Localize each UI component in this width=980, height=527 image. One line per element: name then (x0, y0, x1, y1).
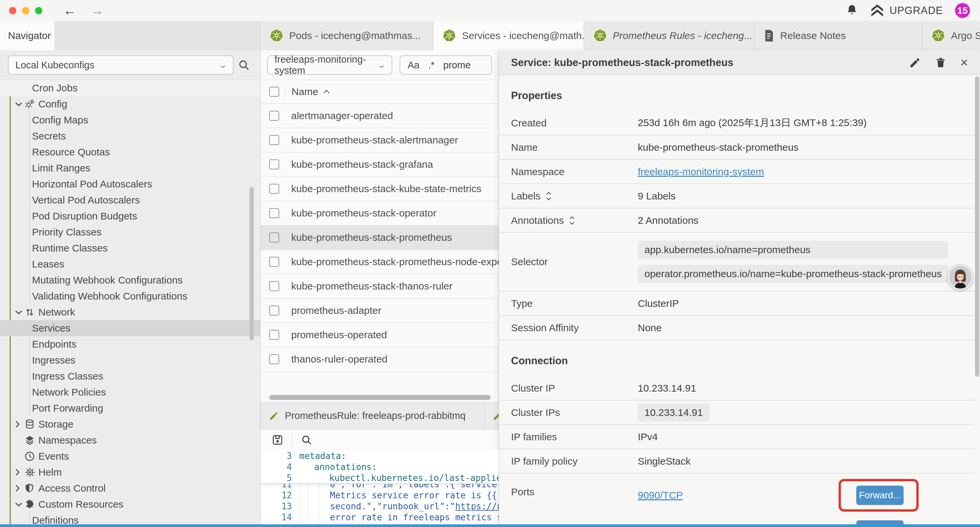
forward-button[interactable]: Forward... (856, 486, 904, 505)
detail-scrollbar[interactable] (975, 76, 979, 377)
runbook-url-link[interactable]: https://net (455, 502, 499, 511)
editor-search-icon[interactable] (301, 434, 312, 446)
back-button[interactable]: ← (63, 3, 76, 18)
sidebar-search-button[interactable] (234, 59, 254, 71)
zoom-window-button[interactable] (35, 7, 42, 14)
detail-row-annotations: Annotations2 Annotations (499, 209, 975, 233)
name-column-header[interactable]: Name (291, 86, 330, 97)
sidebar-item-validating-webhook-configurations[interactable]: Validating Webhook Configurations (0, 288, 260, 304)
filter-input[interactable]: Aa .* prome (399, 56, 492, 75)
navigator-tab[interactable]: Navigator (0, 21, 54, 50)
close-window-button[interactable] (9, 7, 16, 14)
select-all-checkbox[interactable] (269, 87, 279, 97)
row-checkbox[interactable] (269, 354, 279, 364)
expand-collapse-icon[interactable] (569, 215, 575, 226)
upgrade-button[interactable]: UPGRADE (870, 4, 943, 17)
tab-argo-se[interactable]: Argo Se (922, 21, 980, 50)
table-row[interactable]: alertmanager-operated (261, 104, 499, 128)
row-value: IPv4 (638, 431, 658, 443)
detail-row-ports: Ports9090/TCPForward...8080:reloader-web… (499, 474, 975, 527)
sidebar-item-ingresses[interactable]: Ingresses (0, 352, 260, 368)
table-row[interactable]: prometheus-adapter (261, 299, 499, 323)
sidebar-item-runtime-classes[interactable]: Runtime Classes (0, 240, 260, 256)
sidebar-item-port-forwarding[interactable]: Port Forwarding (0, 400, 260, 416)
namespace-select[interactable]: freeleaps-monitoring-system ⌄ (267, 56, 392, 75)
row-checkbox[interactable] (269, 257, 279, 267)
forward-button[interactable]: → (91, 3, 104, 18)
sidebar-item-ingress-classes[interactable]: Ingress Classes (0, 368, 260, 384)
namespace-link[interactable]: freeleaps-monitoring-system (638, 166, 764, 177)
table-row[interactable]: prometheus-operated (261, 323, 499, 347)
notification-count-badge[interactable]: 15 (955, 3, 970, 18)
yaml-editor[interactable]: 3metadata:4annotations:5kubectl.kubernet… (261, 450, 499, 527)
tab-prometheus-rules-icecheng[interactable]: Prometheus Rules - icecheng... (584, 21, 754, 50)
sidebar-item-limit-ranges[interactable]: Limit Ranges (0, 160, 260, 176)
expand-collapse-icon[interactable] (546, 191, 552, 201)
port-link[interactable]: 9090/TCP (638, 490, 683, 501)
edit-pencil-icon[interactable] (909, 57, 921, 69)
match-case-toggle[interactable]: Aa (407, 60, 419, 71)
sidebar-item-pod-disruption-budgets[interactable]: Pod Disruption Budgets (0, 208, 260, 224)
sidebar-item-network[interactable]: Network (0, 304, 260, 320)
sidebar-item-custom-resources[interactable]: Custom Resources (0, 496, 260, 512)
sidebar-item-priority-classes[interactable]: Priority Classes (0, 224, 260, 240)
chevron-down-icon[interactable] (15, 309, 23, 315)
sidebar-item-resource-quotas[interactable]: Resource Quotas (0, 144, 260, 160)
sidebar-item-vertical-pod-autoscalers[interactable]: Vertical Pod Autoscalers (0, 192, 260, 208)
row-checkbox[interactable] (269, 135, 279, 145)
editor-tab[interactable]: PrometheusRule: freeleaps-prod-rabbitmq (261, 403, 485, 429)
kubeconfig-select[interactable]: Local Kubeconfigs ⌄ (8, 56, 234, 75)
sidebar-item-horizontal-pod-autoscalers[interactable]: Horizontal Pod Autoscalers (0, 176, 260, 192)
table-row[interactable]: kube-prometheus-stack-grafana (261, 153, 499, 177)
row-checkbox[interactable] (269, 208, 279, 218)
row-checkbox[interactable] (269, 232, 279, 242)
sidebar-item-events[interactable]: Events (0, 448, 260, 464)
row-checkbox[interactable] (269, 111, 279, 121)
delete-trash-icon[interactable] (935, 57, 946, 69)
sidebar-item-helm[interactable]: Helm (0, 464, 260, 480)
sidebar-item-config[interactable]: Config (0, 96, 260, 112)
table-row[interactable]: thanos-ruler-operated (261, 347, 499, 372)
tab-pods-icecheng-mathmas[interactable]: Pods - icecheng@mathmas... (261, 21, 433, 50)
minimize-window-button[interactable] (22, 7, 29, 14)
tab-services-icecheng-math[interactable]: Services - icecheng@math...× (433, 21, 584, 50)
chevron-right-icon[interactable] (15, 420, 23, 428)
regex-toggle[interactable]: .* (428, 60, 434, 71)
close-panel-icon[interactable]: × (960, 55, 968, 70)
table-row[interactable]: kube-prometheus-stack-thanos-ruler (261, 274, 499, 299)
chevron-down-icon[interactable] (15, 101, 23, 107)
chevron-down-icon: ⌄ (218, 61, 228, 70)
row-checkbox[interactable] (269, 159, 279, 169)
table-row[interactable]: kube-prometheus-stack-kube-state-metrics (261, 177, 499, 201)
row-checkbox[interactable] (269, 281, 279, 291)
chevron-down-icon[interactable] (15, 502, 23, 507)
table-row[interactable]: kube-prometheus-stack-operator (261, 201, 499, 226)
chevron-right-icon[interactable] (15, 484, 23, 492)
chevron-right-icon[interactable] (15, 468, 23, 476)
sidebar-scrollbar[interactable] (250, 187, 254, 341)
sidebar-item-services[interactable]: Services (0, 320, 260, 336)
table-row[interactable]: kube-prometheus-stack-alertmanager (261, 128, 499, 153)
tab-release-notes[interactable]: Release Notes (754, 21, 922, 50)
gear-icon (25, 99, 36, 109)
table-row[interactable]: kube-prometheus-stack-prometheus (261, 226, 499, 250)
sidebar-item-mutating-webhook-configurations[interactable]: Mutating Webhook Configurations (0, 272, 260, 288)
sidebar-item-leases[interactable]: Leases (0, 256, 260, 272)
sidebar-item-namespaces[interactable]: Namespaces (0, 432, 260, 448)
row-checkbox[interactable] (269, 306, 279, 315)
notifications-bell-icon[interactable] (846, 4, 858, 18)
table-row[interactable]: kube-prometheus-stack-prometheus-node-ex… (261, 250, 499, 274)
row-checkbox[interactable] (269, 184, 279, 194)
sidebar-item-storage[interactable]: Storage (0, 416, 260, 432)
sidebar-item-secrets[interactable]: Secrets (0, 128, 260, 144)
user-avatar[interactable] (948, 264, 973, 290)
sidebar-item-network-policies[interactable]: Network Policies (0, 384, 260, 400)
sidebar-item-cron-jobs[interactable]: Cron Jobs (0, 80, 260, 96)
sidebar-item-endpoints[interactable]: Endpoints (0, 336, 260, 352)
horizontal-scrollbar[interactable] (261, 394, 499, 401)
editor-tab[interactable] (485, 403, 499, 429)
sidebar-item-config-maps[interactable]: Config Maps (0, 112, 260, 128)
row-checkbox[interactable] (269, 330, 279, 340)
sidebar-item-access-control[interactable]: Access Control (0, 480, 260, 496)
save-icon[interactable] (272, 434, 283, 446)
